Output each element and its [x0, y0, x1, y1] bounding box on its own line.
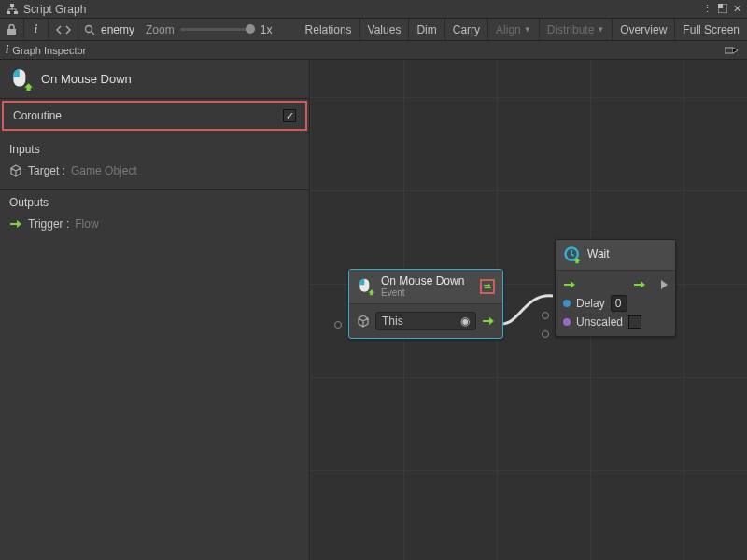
- unscaled-label: Unscaled: [576, 315, 623, 329]
- delay-field[interactable]: 0: [611, 295, 627, 312]
- distribute-dropdown[interactable]: Distribute▼: [540, 19, 613, 40]
- trigger-type: Flow: [75, 217, 98, 231]
- float-port-icon[interactable]: [563, 300, 571, 307]
- flow-out-icon[interactable]: [633, 278, 646, 291]
- search-input[interactable]: enemy: [101, 23, 134, 36]
- inspector-header: On Mouse Down: [0, 60, 309, 99]
- node-title: Wait: [587, 248, 610, 260]
- graph-icon: [6, 3, 19, 16]
- coroutine-checkbox[interactable]: [283, 109, 296, 122]
- delay-label: Delay: [576, 297, 605, 310]
- relations-toggle[interactable]: Relations: [298, 19, 360, 40]
- port-in[interactable]: [334, 321, 342, 329]
- bool-port-icon[interactable]: [563, 318, 571, 326]
- node-subtitle: Event: [381, 287, 464, 298]
- cube-icon: [357, 315, 370, 328]
- flow-row: [563, 276, 668, 293]
- target-input-row: This ◉: [357, 310, 495, 332]
- overview-toggle[interactable]: Overview: [613, 19, 675, 40]
- svg-rect-3: [10, 4, 14, 7]
- svg-rect-5: [14, 11, 18, 14]
- mouse-icon: [357, 277, 375, 296]
- coroutine-label: Coroutine: [13, 109, 283, 122]
- search-box[interactable]: enemy: [78, 23, 140, 36]
- pin-icon[interactable]: [725, 45, 740, 56]
- inputs-section: Inputs Target : Game Object: [0, 143, 309, 180]
- target-field[interactable]: This ◉: [375, 312, 476, 330]
- delay-row: Delay 0: [563, 293, 668, 314]
- zoom-slider[interactable]: [180, 28, 255, 31]
- graph-canvas[interactable]: On Mouse Down Event This ◉: [310, 60, 747, 560]
- graph-inspector-label: Graph Inspector: [12, 45, 725, 56]
- node-header[interactable]: Wait: [556, 240, 675, 271]
- title-bar: Script Graph ⋮ ✕: [0, 0, 747, 19]
- output-trigger-row: Trigger : Flow: [9, 215, 300, 233]
- coroutine-row[interactable]: Coroutine: [2, 101, 307, 131]
- inspector-node-title: On Mouse Down: [41, 72, 132, 86]
- cube-icon: [9, 164, 22, 177]
- code-icon[interactable]: [49, 19, 78, 41]
- mouse-icon: [9, 67, 34, 91]
- node-header[interactable]: On Mouse Down Event: [349, 270, 502, 304]
- node-title: On Mouse Down: [381, 275, 464, 287]
- inspector-panel: On Mouse Down Coroutine Inputs Target : …: [0, 60, 310, 560]
- toolbar: i enemy Zoom 1x Relations Values Dim Car…: [0, 19, 747, 41]
- flow-in-icon[interactable]: [563, 278, 576, 291]
- port-in[interactable]: [542, 312, 549, 319]
- close-icon[interactable]: ✕: [733, 3, 741, 15]
- port-in[interactable]: [542, 330, 549, 338]
- svg-rect-10: [725, 48, 733, 53]
- zoom-value: 1x: [261, 23, 273, 36]
- input-target-row: Target : Game Object: [9, 161, 300, 180]
- outputs-section: Outputs Trigger : Flow: [0, 189, 309, 233]
- carry-toggle[interactable]: Carry: [445, 19, 488, 40]
- dock-icon[interactable]: [718, 4, 727, 15]
- info-icon: i: [6, 43, 8, 57]
- dim-toggle[interactable]: Dim: [409, 19, 444, 40]
- zoom-label: Zoom: [146, 23, 175, 36]
- search-icon: [84, 24, 95, 35]
- toolbar-right: Relations Values Dim Carry Align▼ Distri…: [298, 19, 747, 40]
- object-picker-icon[interactable]: ◉: [460, 315, 470, 328]
- exec-out-icon[interactable]: [661, 280, 668, 289]
- zoom-control: Zoom 1x: [140, 23, 277, 36]
- outputs-heading: Outputs: [9, 196, 300, 209]
- svg-rect-4: [7, 11, 10, 14]
- node-on-mouse-down[interactable]: On Mouse Down Event This ◉: [348, 269, 503, 339]
- flow-out-icon[interactable]: [482, 315, 495, 328]
- lock-icon[interactable]: [0, 19, 24, 41]
- window-title: Script Graph: [23, 3, 697, 16]
- svg-point-9: [86, 25, 92, 32]
- unscaled-row: Unscaled: [563, 314, 668, 330]
- coroutine-badge-icon: [480, 279, 495, 294]
- target-type: Game Object: [71, 164, 137, 177]
- unscaled-checkbox[interactable]: [628, 315, 641, 329]
- inputs-heading: Inputs: [9, 143, 300, 156]
- node-wait[interactable]: Wait Delay 0 Unscaled: [555, 239, 676, 337]
- trigger-label: Trigger :: [28, 217, 69, 231]
- align-dropdown[interactable]: Align▼: [488, 19, 540, 40]
- svg-rect-8: [7, 29, 16, 35]
- values-toggle[interactable]: Values: [360, 19, 410, 40]
- sub-bar: i Graph Inspector: [0, 41, 747, 60]
- info-icon[interactable]: i: [24, 19, 49, 41]
- target-label: Target :: [28, 164, 65, 177]
- fullscreen-toggle[interactable]: Full Screen: [675, 19, 747, 40]
- flow-arrow-icon: [9, 217, 22, 231]
- clock-icon: [563, 245, 582, 264]
- svg-rect-7: [718, 4, 723, 8]
- menu-icon[interactable]: ⋮: [702, 3, 712, 15]
